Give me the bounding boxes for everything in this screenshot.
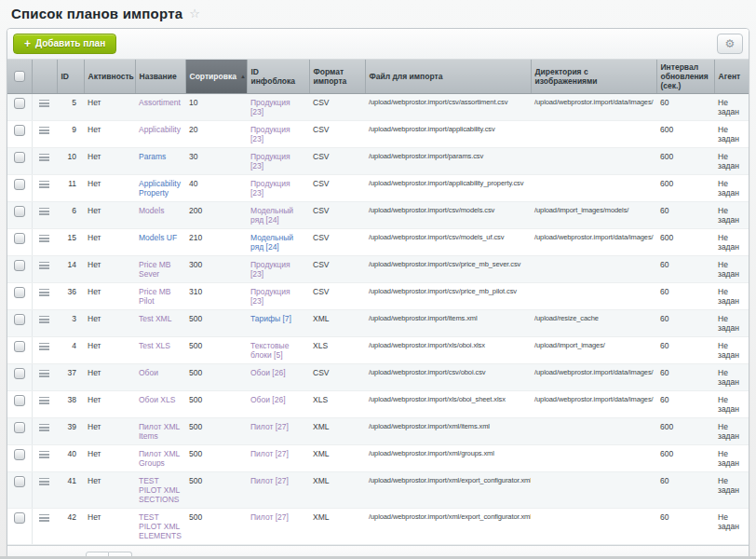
plan-name-link[interactable]: Пилот XML Items <box>139 422 180 441</box>
row-checkbox[interactable] <box>14 206 25 217</box>
plan-name-link[interactable]: Price MB Sever <box>139 260 170 279</box>
iblock-link[interactable]: Пилот [27] <box>250 476 289 485</box>
row-menu-icon[interactable] <box>39 262 49 269</box>
row-checkbox[interactable] <box>14 422 25 433</box>
row-checkbox-cell <box>7 337 32 364</box>
row-import-file: /upload/webprostor.import/items.xml <box>365 310 531 337</box>
plan-name-link[interactable]: Test XML <box>139 314 171 323</box>
favorite-star-icon[interactable]: ☆ <box>189 7 200 20</box>
row-checkbox[interactable] <box>14 395 25 406</box>
iblock-link[interactable]: Пилот [27] <box>250 422 289 431</box>
iblock-link[interactable]: Продукция [23] <box>250 152 290 170</box>
add-plan-button-label: Добавить план <box>35 38 105 48</box>
row-agent: Не задан <box>714 337 749 364</box>
column-header-import-file[interactable]: Файл для импорта <box>365 60 531 94</box>
row-checkbox[interactable] <box>14 233 25 244</box>
row-checkbox[interactable] <box>14 449 25 460</box>
column-header-sort[interactable]: Сортировка▲ <box>185 60 247 94</box>
row-import-file: /upload/webprostor.import/csv/assortimen… <box>365 94 531 121</box>
plan-name-link[interactable]: Пилот XML Groups <box>139 449 180 468</box>
iblock-link[interactable]: Продукция [23] <box>250 98 290 116</box>
row-checkbox[interactable] <box>14 341 25 352</box>
plan-name-link[interactable]: Assortiment <box>139 98 181 107</box>
table-row: 15НетModels UF210Модельный ряд [24]CSV/u… <box>7 229 749 256</box>
row-import-file: /upload/webprostor.import/xls/oboi.xlsx <box>365 337 531 364</box>
column-header-agent[interactable]: Агент <box>714 60 749 94</box>
row-menu-icon[interactable] <box>39 208 49 215</box>
row-menu-icon[interactable] <box>39 451 49 458</box>
row-menu-icon[interactable] <box>39 235 49 242</box>
row-sort: 500 <box>185 418 247 445</box>
row-menu-icon[interactable] <box>39 154 49 161</box>
row-menu-icon[interactable] <box>39 343 49 350</box>
plan-name-link[interactable]: Params <box>139 152 166 161</box>
row-checkbox[interactable] <box>14 512 25 524</box>
row-menu-icon[interactable] <box>39 316 49 323</box>
iblock-link[interactable]: Продукция [23] <box>250 125 290 143</box>
column-header-name[interactable]: Название <box>135 60 185 94</box>
row-menu-icon[interactable] <box>39 127 49 134</box>
row-menu-icon[interactable] <box>39 181 49 188</box>
iblock-link[interactable]: Тарифы [7] <box>250 314 291 323</box>
row-images-directory: /upload/webprostor.import/data/images/ <box>531 94 656 121</box>
iblock-link[interactable]: Модельный ряд [24] <box>250 206 293 225</box>
row-checkbox[interactable] <box>14 125 25 136</box>
iblock-link[interactable]: Пилот [27] <box>250 449 289 458</box>
row-iblock-cell: Обои [26] <box>247 391 309 418</box>
iblock-link[interactable]: Продукция [23] <box>250 287 290 306</box>
row-actions-cell <box>32 94 57 121</box>
row-menu-icon[interactable] <box>39 424 49 431</box>
row-checkbox[interactable] <box>14 152 25 163</box>
plan-name-link[interactable]: Обои XLS <box>139 395 175 404</box>
row-iblock-cell: Пилот [27] <box>247 418 309 445</box>
row-checkbox[interactable] <box>14 179 25 190</box>
plan-name-link[interactable]: Models <box>139 206 164 215</box>
row-checkbox[interactable] <box>14 368 25 379</box>
row-actions-cell <box>32 202 57 229</box>
row-iblock-cell: Продукция [23] <box>247 94 309 121</box>
page-title: Список планов импорта <box>11 6 182 21</box>
row-checkbox[interactable] <box>14 287 25 298</box>
row-sort: 30 <box>185 148 247 175</box>
row-name-cell: Price MB Sever <box>135 256 185 283</box>
row-format: CSV <box>309 364 365 391</box>
row-checkbox[interactable] <box>14 98 25 109</box>
plan-name-link[interactable]: Price MB Pilot <box>139 287 170 306</box>
iblock-link[interactable]: Обои [26] <box>250 368 286 377</box>
row-menu-icon[interactable] <box>39 370 49 377</box>
plan-name-link[interactable]: TEST PILOT XML SECTIONS <box>139 476 180 504</box>
column-header-images-directory[interactable]: Директория с изображениями <box>531 60 656 94</box>
iblock-link[interactable]: Пилот [27] <box>250 512 289 522</box>
row-menu-icon[interactable] <box>39 478 49 485</box>
plan-name-link[interactable]: TEST PILOT XML ELEMENTS <box>139 512 182 540</box>
row-checkbox[interactable] <box>14 314 25 325</box>
plan-name-link[interactable]: Applicability Property <box>139 179 181 198</box>
column-header-activity[interactable]: Активность <box>84 60 135 94</box>
plan-name-link[interactable]: Models UF <box>139 233 177 242</box>
iblock-link[interactable]: Продукция [23] <box>250 179 290 198</box>
row-actions-cell <box>32 509 57 545</box>
import-plans-table: ID Активность Название Сортировка▲ ID ин… <box>7 60 749 545</box>
iblock-link[interactable]: Обои [26] <box>250 395 286 404</box>
grid-settings-button[interactable]: ⚙ <box>717 34 743 54</box>
column-header-update-interval[interactable]: Интервал обновления (сек.) <box>656 60 714 94</box>
row-menu-icon[interactable] <box>39 289 49 296</box>
column-header-iblock-id[interactable]: ID инфоблока <box>247 60 309 94</box>
row-menu-icon[interactable] <box>39 397 49 404</box>
row-menu-icon[interactable] <box>39 514 49 522</box>
plan-name-link[interactable]: Applicability <box>139 125 181 134</box>
iblock-link[interactable]: Продукция [23] <box>250 260 290 279</box>
add-plan-button[interactable]: + Добавить план <box>13 34 116 54</box>
row-actions-cell <box>32 472 57 509</box>
iblock-link[interactable]: Текстовые блоки [5] <box>250 341 289 360</box>
column-header-id[interactable]: ID <box>57 60 84 94</box>
plan-name-link[interactable]: Test XLS <box>139 341 170 350</box>
select-all-checkbox[interactable] <box>14 71 25 82</box>
column-header-import-format[interactable]: Формат импорта <box>309 60 365 94</box>
row-menu-icon[interactable] <box>39 100 49 107</box>
iblock-link[interactable]: Модельный ряд [24] <box>250 233 293 252</box>
row-checkbox[interactable] <box>14 260 25 271</box>
row-checkbox[interactable] <box>14 476 25 487</box>
plan-name-link[interactable]: Обои <box>139 368 158 377</box>
row-images-directory: /upload/resize_cache <box>531 310 656 337</box>
